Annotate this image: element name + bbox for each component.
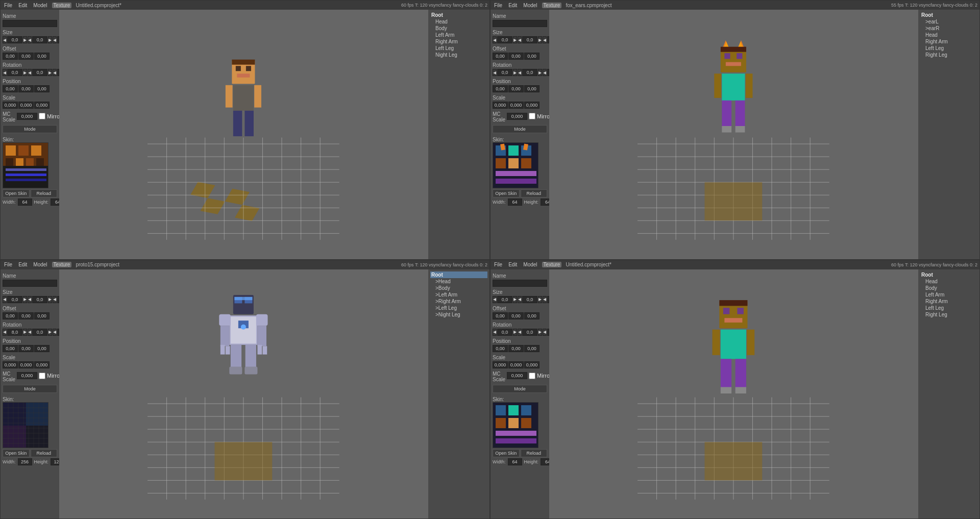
reload-btn-tr[interactable]: Reload bbox=[521, 189, 548, 197]
mirror-check-bl[interactable] bbox=[39, 373, 45, 379]
height-input-br[interactable] bbox=[541, 458, 549, 465]
offset-z-tl[interactable] bbox=[34, 53, 50, 60]
tree-root-bl[interactable]: Root bbox=[430, 271, 487, 278]
open-skin-btn-br[interactable]: Open Skin bbox=[493, 449, 520, 457]
menu-edit-bl[interactable]: Edit bbox=[17, 262, 29, 267]
menu-tr[interactable]: File Edit Model Texture bbox=[493, 3, 561, 8]
rot-y-down-bl[interactable]: ◀ bbox=[28, 329, 32, 336]
mirror-check-tl[interactable] bbox=[39, 113, 45, 119]
rot-y-up-br[interactable]: ▶ bbox=[538, 329, 542, 336]
scale-y-tr[interactable] bbox=[508, 102, 524, 109]
menu-edit-br[interactable]: Edit bbox=[507, 262, 519, 267]
size-x-up-tr[interactable]: ▶ bbox=[513, 36, 517, 43]
tab-texture-tr[interactable]: Texture bbox=[542, 3, 562, 8]
offset-y-bl[interactable] bbox=[18, 312, 34, 319]
pos-z-bl[interactable] bbox=[34, 345, 50, 352]
size-x-up-tl[interactable]: ▶ bbox=[23, 36, 27, 43]
tree-root-tr[interactable]: Root bbox=[920, 12, 977, 18]
menu-model-tr[interactable]: Model bbox=[522, 3, 538, 8]
mirror-check-tr[interactable] bbox=[529, 113, 535, 119]
tree-leftleg-bl[interactable]: >Left Leg bbox=[430, 305, 487, 311]
pos-x-bl[interactable] bbox=[3, 345, 18, 352]
offset-x-tl[interactable] bbox=[3, 53, 18, 60]
reload-btn-tl[interactable]: Reload bbox=[31, 189, 58, 197]
menu-file-br[interactable]: File bbox=[493, 262, 504, 267]
width-input-bl[interactable] bbox=[18, 458, 32, 465]
rot-x-down-tl[interactable]: ◀ bbox=[3, 69, 7, 76]
tree-body-br[interactable]: Body bbox=[920, 285, 977, 291]
rot-x-down-br[interactable]: ◀ bbox=[493, 329, 497, 336]
size-y-down-tr[interactable]: ◀ bbox=[518, 36, 522, 43]
open-skin-btn-bl[interactable]: Open Skin bbox=[3, 449, 30, 457]
tree-body-tl[interactable]: Body bbox=[430, 25, 487, 32]
tree-head-tr[interactable]: Head bbox=[920, 32, 977, 38]
offset-y-tl[interactable] bbox=[18, 53, 34, 60]
scale-y-tl[interactable] bbox=[18, 102, 34, 109]
menu-file-tl[interactable]: File bbox=[3, 3, 14, 8]
viewport-bl[interactable] bbox=[59, 269, 428, 519]
pos-y-bl[interactable] bbox=[18, 345, 34, 352]
viewport-tr[interactable] bbox=[549, 10, 918, 259]
scale-z-tl[interactable] bbox=[34, 102, 50, 109]
pos-x-tr[interactable] bbox=[493, 85, 508, 92]
tree-root-tl[interactable]: Root bbox=[430, 12, 487, 18]
size-x-tr[interactable] bbox=[497, 36, 512, 43]
tab-texture-tl[interactable]: Texture bbox=[52, 3, 72, 8]
pos-z-br[interactable] bbox=[524, 345, 540, 352]
open-skin-btn-tl[interactable]: Open Skin bbox=[3, 189, 30, 197]
mode-btn-br[interactable]: Mode bbox=[493, 385, 547, 393]
scale-x-br[interactable] bbox=[493, 361, 508, 368]
rot-y-tl[interactable] bbox=[32, 69, 47, 76]
tree-rightleg-bl[interactable]: >Night Leg bbox=[430, 311, 487, 318]
rot-x-bl[interactable] bbox=[7, 329, 22, 336]
rot-y-up-tl[interactable]: ▶ bbox=[48, 69, 52, 76]
rot-y-down-tr[interactable]: ◀ bbox=[518, 69, 522, 76]
rot-x-tr[interactable] bbox=[497, 69, 512, 76]
rot-z-down-tr[interactable]: ◀ bbox=[543, 69, 547, 76]
size-x-down-br[interactable]: ◀ bbox=[493, 296, 497, 303]
tab-texture-br[interactable]: Texture bbox=[542, 262, 562, 267]
tree-head-br[interactable]: Head bbox=[920, 278, 977, 285]
pos-z-tr[interactable] bbox=[524, 85, 540, 92]
pos-y-tl[interactable] bbox=[18, 85, 34, 92]
menu-br[interactable]: File Edit Model Texture bbox=[493, 262, 561, 267]
size-x-up-bl[interactable]: ▶ bbox=[23, 296, 27, 303]
mode-btn-bl[interactable]: Mode bbox=[3, 385, 57, 393]
width-input-br[interactable] bbox=[508, 458, 522, 465]
menu-model-bl[interactable]: Model bbox=[32, 262, 48, 267]
rot-x-up-bl[interactable]: ▶ bbox=[23, 329, 27, 336]
pos-x-br[interactable] bbox=[493, 345, 508, 352]
rot-y-up-tr[interactable]: ▶ bbox=[538, 69, 542, 76]
pos-z-tl[interactable] bbox=[34, 85, 50, 92]
tree-head-tl[interactable]: Head bbox=[430, 18, 487, 25]
offset-x-bl[interactable] bbox=[3, 312, 18, 319]
viewport-tl[interactable] bbox=[59, 10, 428, 259]
menu-model-br[interactable]: Model bbox=[522, 262, 538, 267]
rot-z-down-bl[interactable]: ◀ bbox=[53, 329, 57, 336]
tree-rightarm-tl[interactable]: Right Arm bbox=[430, 38, 487, 45]
scale-z-tr[interactable] bbox=[524, 102, 540, 109]
size-x-down-bl[interactable]: ◀ bbox=[3, 296, 7, 303]
tree-rightarm-br[interactable]: Right Arm bbox=[920, 298, 977, 305]
size-y-down-tl[interactable]: ◀ bbox=[28, 36, 32, 43]
scale-y-br[interactable] bbox=[508, 361, 524, 368]
scale-z-br[interactable] bbox=[524, 361, 540, 368]
mcscale-input-tl[interactable] bbox=[17, 113, 37, 120]
rot-y-br[interactable] bbox=[522, 329, 537, 336]
menu-edit-tl[interactable]: Edit bbox=[17, 3, 29, 8]
size-y-down-br[interactable]: ◀ bbox=[518, 296, 522, 303]
size-x-up-br[interactable]: ▶ bbox=[513, 296, 517, 303]
mcscale-input-bl[interactable] bbox=[17, 372, 37, 379]
menu-bl[interactable]: File Edit Model Texture bbox=[3, 262, 71, 267]
reload-btn-br[interactable]: Reload bbox=[521, 449, 548, 457]
pos-y-br[interactable] bbox=[508, 345, 524, 352]
size-y-down-bl[interactable]: ◀ bbox=[28, 296, 32, 303]
menu-file-tr[interactable]: File bbox=[493, 3, 504, 8]
menu-model-tl[interactable]: Model bbox=[32, 3, 48, 8]
rot-z-down-br[interactable]: ◀ bbox=[543, 329, 547, 336]
offset-x-tr[interactable] bbox=[493, 53, 508, 60]
width-input-tr[interactable] bbox=[508, 199, 522, 206]
mcscale-input-tr[interactable] bbox=[507, 113, 527, 120]
size-x-down-tr[interactable]: ◀ bbox=[493, 36, 497, 43]
offset-z-bl[interactable] bbox=[34, 312, 50, 319]
